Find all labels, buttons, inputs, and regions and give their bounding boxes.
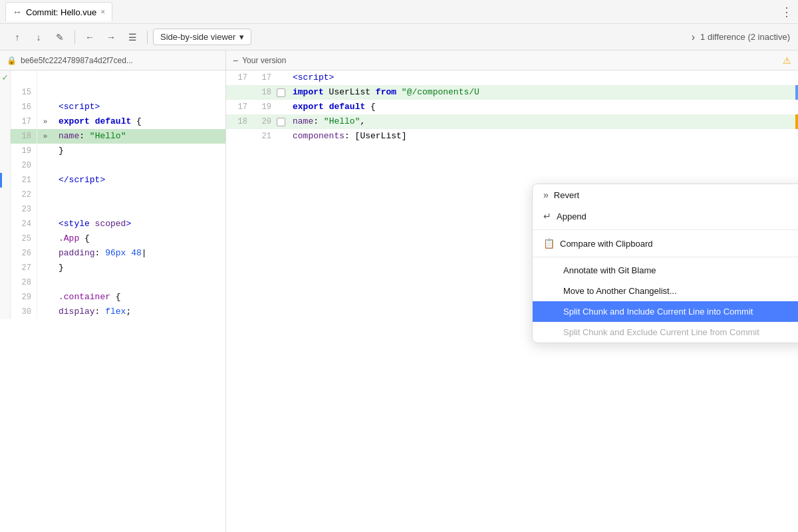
left-gutter	[0, 188, 11, 202]
prev-diff-button[interactable]: ↑	[8, 28, 27, 47]
line-content: export default {	[53, 114, 225, 129]
table-row: 22	[0, 188, 225, 202]
left-gutter	[0, 275, 11, 290]
your-version-label: Your version	[242, 56, 286, 65]
line-content	[53, 85, 225, 100]
line-number: 17	[11, 114, 37, 129]
checkbox[interactable]	[277, 118, 285, 126]
line-arrow	[37, 305, 53, 319]
line-arrow	[37, 217, 53, 231]
table-row: 23	[0, 202, 225, 217]
left-panel: 🔒 be6e5fc222478987a4d2f7ced... ✓ 15	[0, 51, 226, 532]
line-checkbox[interactable]	[274, 100, 287, 114]
menu-separator-2	[533, 257, 798, 257]
left-gutter: ✓	[0, 70, 11, 85]
checkbox[interactable]	[277, 88, 285, 97]
left-gutter	[0, 114, 11, 129]
forward-button[interactable]: →	[102, 28, 120, 47]
next-diff-button[interactable]: ↓	[29, 28, 48, 47]
viewer-label: Side-by-side viewer	[160, 32, 235, 42]
menu-label-split-include: Split Chunk and Include Current Line int…	[563, 307, 753, 317]
tab-close-button[interactable]: ×	[100, 7, 105, 17]
menu-label-changelist: Move to Another Changelist...	[563, 286, 677, 296]
table-row: ✓	[0, 70, 225, 85]
line-content: }	[53, 261, 225, 275]
line-checkbox[interactable]	[274, 70, 287, 85]
diff-count: 1 difference (2 inactive)	[700, 32, 790, 42]
table-row: 28	[0, 275, 225, 290]
line-arrow	[37, 202, 53, 217]
clipboard-icon: 📋	[543, 238, 555, 249]
menu-item-changelist[interactable]: Move to Another Changelist... ⇧⌘M	[533, 281, 798, 301]
menu-item-revert[interactable]: » Revert ^⌘→	[533, 184, 798, 205]
menu-label-compare-clipboard: Compare with Clipboard	[560, 239, 652, 249]
table-row: 21 components: [UserList]	[226, 129, 798, 144]
line-number: 27	[11, 261, 37, 275]
line-arrow	[37, 275, 53, 290]
line-number: 16	[11, 100, 37, 114]
line-number-new: 18	[250, 85, 274, 100]
right-panel-header: − Your version ⚠	[226, 51, 798, 70]
change-bar	[0, 173, 2, 188]
right-gutter	[795, 129, 798, 144]
line-arrow: »	[37, 114, 53, 129]
line-number: 22	[11, 188, 37, 202]
left-gutter	[0, 261, 11, 275]
table-row: 17 19 export default {	[226, 100, 798, 114]
line-arrow	[37, 85, 53, 100]
toolbar-left: ↑ ↓ ✎ ← → ☰ Side-by-side viewer ▾	[8, 28, 251, 47]
tab-more-button[interactable]: ⋮	[781, 5, 793, 19]
line-content: <style scoped>	[53, 217, 225, 231]
table-row: 19 }	[0, 144, 225, 158]
menu-item-git-blame[interactable]: Annotate with Git Blame	[533, 260, 798, 281]
right-gutter-diff	[795, 85, 798, 100]
dropdown-arrow-icon: ▾	[239, 32, 244, 42]
line-content: }	[53, 144, 225, 158]
menu-item-split-include[interactable]: Split Chunk and Include Current Line int…	[533, 301, 798, 322]
table-row: 21 </script>	[0, 173, 225, 188]
menu-item-left: Annotate with Git Blame	[543, 265, 656, 275]
table-row: 16 <script>	[0, 100, 225, 114]
left-code-area: ✓ 15 16 <script>	[0, 70, 225, 532]
tab-arrow-icon: ↔	[13, 7, 22, 17]
line-checkbox[interactable]	[274, 114, 287, 129]
line-number-new: 20	[250, 114, 274, 129]
line-number: 15	[11, 85, 37, 100]
line-number: 28	[11, 275, 37, 290]
line-content: </script>	[53, 173, 225, 188]
table-row: 24 <style scoped>	[0, 217, 225, 231]
line-content: import UserList from "@/components/U	[287, 85, 795, 100]
line-arrow	[37, 158, 53, 173]
table-row: 29 .container {	[0, 290, 225, 305]
menu-item-compare-clipboard[interactable]: 📋 Compare with Clipboard	[533, 233, 798, 254]
line-checkbox[interactable]	[274, 129, 287, 144]
line-number-orig	[226, 85, 250, 100]
list-button[interactable]: ☰	[123, 28, 142, 47]
tab-title: Commit: Hello.vue	[26, 7, 96, 17]
toolbar-divider-2	[147, 31, 148, 44]
tab-commit-hello[interactable]: ↔ Commit: Hello.vue ×	[5, 2, 112, 21]
line-checkbox[interactable]	[274, 85, 287, 100]
menu-item-left: 📋 Compare with Clipboard	[543, 238, 652, 249]
commit-hash: be6e5fc222478987a4d2f7ced...	[21, 56, 133, 65]
menu-item-left: Split Chunk and Exclude Current Line fro…	[543, 327, 759, 337]
menu-label-git-blame: Annotate with Git Blame	[563, 265, 656, 275]
line-number: 26	[11, 246, 37, 261]
nav-arrow-icon: ›	[692, 31, 695, 43]
toolbar: ↑ ↓ ✎ ← → ☰ Side-by-side viewer ▾ › 1 di…	[0, 24, 798, 51]
menu-label-append: Append	[557, 211, 587, 221]
back-button[interactable]: ←	[80, 28, 99, 47]
edit-button[interactable]: ✎	[51, 28, 69, 47]
menu-item-append[interactable]: ↵ Append	[533, 205, 798, 227]
line-number-new: 21	[250, 129, 274, 144]
line-content	[53, 188, 225, 202]
right-gutter-diff	[795, 114, 798, 129]
toolbar-right: › 1 difference (2 inactive)	[692, 31, 790, 43]
line-number-orig: 17	[226, 100, 250, 114]
line-number	[11, 70, 37, 85]
line-content: export default {	[287, 100, 795, 114]
viewer-dropdown[interactable]: Side-by-side viewer ▾	[153, 29, 251, 45]
line-content: padding: 96px 48|	[53, 246, 225, 261]
table-row: 26 padding: 96px 48|	[0, 246, 225, 261]
toolbar-divider	[74, 31, 75, 44]
